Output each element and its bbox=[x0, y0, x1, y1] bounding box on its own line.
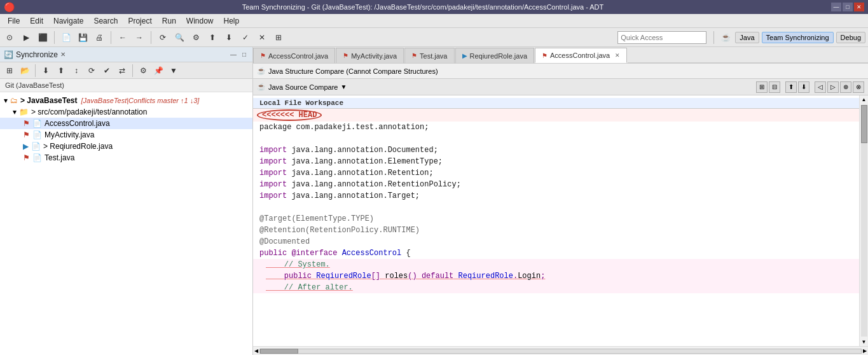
compare-next-diff[interactable]: ⬇ bbox=[798, 81, 809, 93]
window-controls[interactable]: — □ ✕ bbox=[831, 3, 864, 11]
scroll-thumb[interactable] bbox=[861, 105, 867, 143]
tree-item-accesscontrol[interactable]: ⚑ 📄 AccessControl.java bbox=[0, 118, 252, 129]
scroll-left-button[interactable]: ◀ bbox=[254, 348, 258, 354]
toolbar-btn-1[interactable]: ⊙ bbox=[3, 31, 17, 45]
code-line-blank-2 bbox=[253, 202, 859, 213]
compare-dropdown-arrow[interactable]: ▼ bbox=[340, 83, 347, 90]
tree-label-javabasetest: > JavaBaseTest bbox=[20, 96, 78, 105]
expand-icon: ▾ bbox=[4, 96, 8, 105]
scroll-right-button[interactable]: ▶ bbox=[863, 348, 867, 354]
compare-java-icon: ☕ bbox=[257, 83, 266, 91]
panel-minimize-button[interactable]: — bbox=[229, 51, 238, 58]
tree-label-myactivity: MyActivity.java bbox=[45, 130, 94, 139]
compare-btn-7[interactable]: ⊕ bbox=[840, 81, 851, 93]
tree-item-reqiuredrole[interactable]: ▶ 📄 > ReqiuredRole.java bbox=[0, 141, 252, 152]
menu-navigate[interactable]: Navigate bbox=[48, 15, 88, 27]
tree-item-javabasetest[interactable]: ▾ 🗂 > JavaBaseTest [JavaBaseTest|Conflic… bbox=[0, 95, 252, 106]
tab-test[interactable]: ⚑ Test.java bbox=[404, 48, 454, 63]
left-panel: 🔄 Synchronize ✕ — □ ⊞ 📂 ⬇ ⬆ ↕ ⟳ ✔ ⇄ ⚙ 📌 … bbox=[0, 47, 253, 355]
sync-incoming[interactable]: ⬇ bbox=[39, 64, 53, 78]
title-bar-left: 🔴 bbox=[4, 2, 15, 12]
toolbar-btn-back[interactable]: ← bbox=[116, 31, 130, 45]
h-scroll-track[interactable] bbox=[259, 349, 862, 354]
git-label: Git (JavaBaseTest) bbox=[0, 79, 252, 92]
toolbar-btn-11[interactable]: ✕ bbox=[255, 31, 269, 45]
menu-edit[interactable]: Edit bbox=[25, 15, 48, 27]
menu-project[interactable]: Project bbox=[123, 15, 156, 27]
compare-copy-left[interactable]: ⊞ bbox=[756, 81, 768, 93]
compare-prev-diff[interactable]: ⬆ bbox=[785, 81, 797, 93]
menu-run[interactable]: Run bbox=[157, 15, 181, 27]
toolbar-btn-7[interactable]: ⚙ bbox=[189, 31, 203, 45]
maximize-button[interactable]: □ bbox=[843, 3, 853, 11]
panel-maximize-button[interactable]: □ bbox=[240, 51, 249, 58]
compare-btn-5[interactable]: ◁ bbox=[815, 81, 826, 93]
toolbar-btn-6[interactable]: 🔍 bbox=[172, 31, 186, 45]
toolbar-icon-java[interactable]: ☕ bbox=[719, 31, 733, 45]
tab-accesscontrol-1[interactable]: ⚑ AccessControl.java bbox=[253, 48, 335, 63]
toolbar-btn-8[interactable]: ⬆ bbox=[205, 31, 219, 45]
tab-icon-1: ⚑ bbox=[260, 52, 266, 59]
menu-file[interactable]: File bbox=[3, 15, 25, 27]
sync-settings[interactable]: ⚙ bbox=[136, 64, 150, 78]
conflict-icon-ma: ⚑ bbox=[23, 130, 30, 139]
tab-icon-2: ⚑ bbox=[343, 52, 348, 59]
sync-toolbar: ⊞ 📂 ⬇ ⬆ ↕ ⟳ ✔ ⇄ ⚙ 📌 ▼ bbox=[0, 62, 252, 79]
toolbar-btn-save[interactable]: 💾 bbox=[76, 31, 90, 45]
panel-controls: — □ bbox=[229, 51, 249, 58]
tab-reqiuredrole[interactable]: ▶ ReqiuredRole.java bbox=[455, 48, 535, 63]
toolbar-btn-3[interactable]: ⬛ bbox=[36, 31, 50, 45]
sync-merge[interactable]: ⇄ bbox=[115, 64, 129, 78]
tree-label-reqiuredrole: > ReqiuredRole.java bbox=[43, 142, 113, 151]
compare-btn-8[interactable]: ⊗ bbox=[853, 81, 864, 93]
toolbar-btn-forward[interactable]: → bbox=[132, 31, 146, 45]
app-icon: 🔴 bbox=[4, 2, 15, 12]
code-line-retention: @Retention(RetentionPolicy.RUNTIME) bbox=[253, 225, 859, 236]
tree-item-test[interactable]: ⚑ 📄 Test.java bbox=[0, 152, 252, 164]
close-button[interactable]: ✕ bbox=[854, 3, 864, 11]
sync-pin[interactable]: 📌 bbox=[151, 64, 165, 78]
tree-item-src[interactable]: ▾ 📁 > src/com/padakeji/test/annotation bbox=[0, 106, 252, 118]
tab-myactivity[interactable]: ⚑ MyActivity.java bbox=[336, 48, 404, 63]
sync-outgoing[interactable]: ⬆ bbox=[54, 64, 68, 78]
code-editor[interactable]: Local File Workspace <<<<<<< HEAD packag… bbox=[253, 95, 859, 346]
scroll-up-button[interactable]: ▲ bbox=[860, 95, 868, 104]
sync-commit[interactable]: ✔ bbox=[100, 64, 114, 78]
menu-help[interactable]: Help bbox=[219, 15, 245, 27]
scroll-down-button[interactable]: ▼ bbox=[860, 338, 868, 346]
minimize-button[interactable]: — bbox=[831, 3, 841, 11]
menu-window[interactable]: Window bbox=[181, 15, 219, 27]
sync-dropdown[interactable]: ▼ bbox=[167, 64, 181, 78]
sync-collapse-all[interactable]: ⊞ bbox=[3, 64, 17, 78]
sync-refresh[interactable]: ⟳ bbox=[85, 64, 99, 78]
tab-bar-spacer bbox=[628, 62, 868, 63]
sync-expand-all[interactable]: 📂 bbox=[18, 64, 32, 78]
vertical-scrollbar[interactable]: ▲ ▼ bbox=[859, 95, 868, 346]
tree-item-myactivity[interactable]: ⚑ 📄 MyActivity.java bbox=[0, 129, 252, 141]
toolbar-btn-5[interactable]: ⟳ bbox=[156, 31, 170, 45]
tab-close-button[interactable]: ✕ bbox=[615, 52, 620, 59]
tab-icon-3: ⚑ bbox=[411, 52, 417, 59]
compare-btn-6[interactable]: ▷ bbox=[827, 81, 839, 93]
toolbar-btn-print[interactable]: 🖨 bbox=[92, 31, 106, 45]
toolbar-btn-new[interactable]: 📄 bbox=[59, 31, 73, 45]
compare-action-buttons: ⊞ ⊟ ⬆ ⬇ ◁ ▷ ⊕ ⊗ bbox=[756, 81, 864, 93]
debug-button[interactable]: Debug bbox=[836, 32, 865, 43]
toolbar-btn-12[interactable]: ⊞ bbox=[272, 31, 286, 45]
sync-close-button[interactable]: ✕ bbox=[60, 51, 65, 58]
toolbar-btn-2[interactable]: ▶ bbox=[19, 31, 33, 45]
team-sync-button[interactable]: Team Synchronizing bbox=[762, 32, 834, 43]
compare-copy-right[interactable]: ⊟ bbox=[769, 81, 780, 93]
horizontal-scrollbar[interactable]: ◀ ▶ bbox=[253, 346, 868, 355]
menu-search[interactable]: Search bbox=[88, 15, 123, 27]
project-tree[interactable]: ▾ 🗂 > JavaBaseTest [JavaBaseTest|Conflic… bbox=[0, 92, 252, 355]
menu-bar: File Edit Navigate Search Project Run Wi… bbox=[0, 14, 868, 28]
java-button[interactable]: Java bbox=[735, 32, 759, 43]
quick-access-input[interactable] bbox=[617, 31, 706, 44]
toolbar-btn-9[interactable]: ⬇ bbox=[222, 31, 236, 45]
sync-conflicts[interactable]: ↕ bbox=[69, 64, 83, 78]
toolbar-btn-10[interactable]: ✓ bbox=[238, 31, 252, 45]
scroll-track[interactable] bbox=[861, 105, 867, 337]
tab-accesscontrol-2[interactable]: ⚑ AccessControl.java ✕ bbox=[535, 48, 627, 63]
h-scroll-thumb[interactable] bbox=[260, 349, 298, 354]
